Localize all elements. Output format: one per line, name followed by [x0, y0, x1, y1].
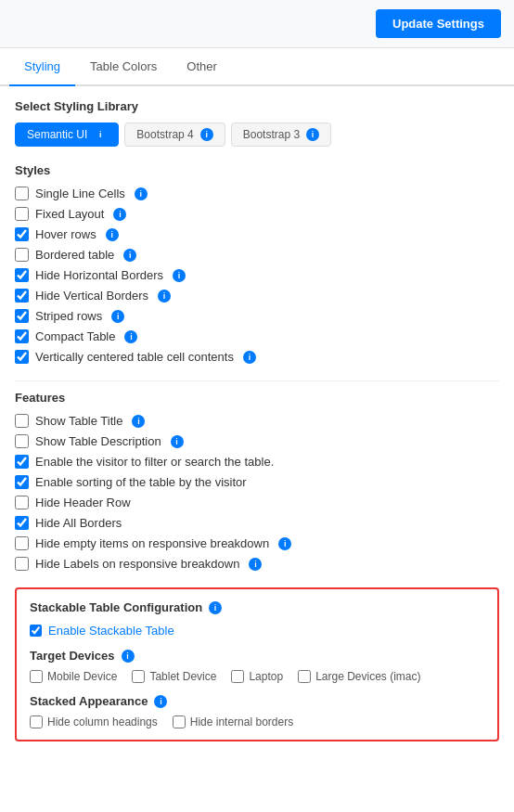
- semantic-ui-info-icon[interactable]: i: [94, 128, 107, 141]
- tab-styling[interactable]: Styling: [9, 48, 75, 86]
- hide-vertical-borders-checkbox[interactable]: [15, 289, 29, 303]
- hide-vertical-borders-row: Hide Vertical Borders i: [15, 289, 499, 303]
- enable-sorting-row: Enable sorting of the table by the visit…: [15, 475, 499, 489]
- features-title: Features: [15, 391, 499, 405]
- hover-rows-info-icon[interactable]: i: [106, 228, 119, 241]
- stackable-info-icon[interactable]: i: [209, 601, 222, 614]
- vertically-centered-label: Vertically centered table cell contents: [35, 350, 234, 364]
- show-table-title-label: Show Table Title: [35, 414, 122, 428]
- laptop-item: Laptop: [231, 670, 283, 683]
- tablet-device-checkbox[interactable]: [132, 670, 145, 683]
- hide-horizontal-borders-checkbox[interactable]: [15, 268, 29, 282]
- striped-rows-checkbox[interactable]: [15, 309, 29, 323]
- hide-empty-items-info-icon[interactable]: i: [278, 537, 291, 550]
- bootstrap3-info-icon[interactable]: i: [306, 128, 319, 141]
- target-devices-info-icon[interactable]: i: [122, 650, 135, 663]
- hide-empty-items-checkbox[interactable]: [15, 536, 29, 550]
- show-table-title-row: Show Table Title i: [15, 414, 499, 428]
- hide-col-headings-label: Hide column headings: [47, 715, 158, 728]
- semantic-ui-btn[interactable]: Semantic UI i: [15, 122, 119, 147]
- hide-horizontal-borders-label: Hide Horizontal Borders: [35, 268, 163, 282]
- bordered-table-checkbox[interactable]: [15, 248, 29, 262]
- laptop-checkbox[interactable]: [231, 670, 244, 683]
- hover-rows-label: Hover rows: [35, 227, 96, 241]
- large-devices-checkbox[interactable]: [298, 670, 311, 683]
- tab-other[interactable]: Other: [172, 48, 232, 86]
- hide-col-headings-checkbox[interactable]: [30, 715, 43, 728]
- hide-vertical-borders-label: Hide Vertical Borders: [35, 289, 148, 303]
- vertically-centered-row: Vertically centered table cell contents …: [15, 350, 499, 364]
- bordered-table-label: Bordered table: [35, 248, 114, 262]
- mobile-device-checkbox[interactable]: [30, 670, 43, 683]
- single-line-cells-checkbox[interactable]: [15, 187, 29, 200]
- stacked-appearance-info-icon[interactable]: i: [154, 695, 167, 708]
- fixed-layout-info-icon[interactable]: i: [113, 208, 126, 221]
- header-bar: Update Settings: [0, 0, 514, 48]
- fixed-layout-checkbox[interactable]: [15, 207, 29, 221]
- enable-filter-label: Enable the visitor to filter or search t…: [35, 455, 274, 469]
- target-devices-title: Target Devices i: [30, 649, 484, 663]
- bordered-table-info-icon[interactable]: i: [123, 249, 136, 262]
- show-table-desc-checkbox[interactable]: [15, 434, 29, 448]
- show-table-title-checkbox[interactable]: [15, 414, 29, 428]
- bootstrap4-info-icon[interactable]: i: [200, 128, 213, 141]
- features-section: Features Show Table Title i Show Table D…: [15, 391, 499, 571]
- bordered-table-row: Bordered table i: [15, 248, 499, 262]
- bootstrap4-btn[interactable]: Bootstrap 4 i: [124, 122, 225, 147]
- hide-labels-info-icon[interactable]: i: [249, 558, 262, 571]
- mobile-device-item: Mobile Device: [30, 670, 117, 683]
- hide-all-borders-row: Hide All Borders: [15, 516, 499, 530]
- fixed-layout-row: Fixed Layout i: [15, 207, 499, 221]
- stackable-title: Stackable Table Configuration i: [30, 600, 484, 614]
- hide-header-row-checkbox[interactable]: [15, 496, 29, 509]
- tab-table-colors[interactable]: Table Colors: [75, 48, 172, 86]
- hover-rows-checkbox[interactable]: [15, 227, 29, 241]
- target-devices-title-text: Target Devices: [30, 649, 115, 663]
- hide-labels-checkbox[interactable]: [15, 557, 29, 571]
- show-table-desc-row: Show Table Description i: [15, 434, 499, 448]
- update-settings-button[interactable]: Update Settings: [376, 9, 501, 38]
- tabs-container: Styling Table Colors Other: [0, 48, 514, 86]
- vertically-centered-info-icon[interactable]: i: [243, 351, 256, 364]
- hide-horizontal-borders-row: Hide Horizontal Borders i: [15, 268, 499, 282]
- hide-all-borders-checkbox[interactable]: [15, 516, 29, 530]
- tablet-device-label: Tablet Device: [149, 670, 216, 683]
- compact-table-info-icon[interactable]: i: [124, 330, 137, 343]
- hide-internal-borders-checkbox[interactable]: [173, 715, 186, 728]
- select-styling-library-section: Select Styling Library Semantic UI i Boo…: [15, 99, 499, 147]
- select-library-title: Select Styling Library: [15, 99, 499, 113]
- vertically-centered-checkbox[interactable]: [15, 350, 29, 364]
- enable-stackable-row: Enable Stackable Table: [30, 624, 484, 638]
- compact-table-checkbox[interactable]: [15, 329, 29, 343]
- styles-title: Styles: [15, 163, 499, 177]
- hide-labels-row: Hide Labels on responsive breakdown i: [15, 557, 499, 571]
- bootstrap3-btn[interactable]: Bootstrap 3 i: [231, 122, 331, 147]
- hide-internal-borders-item: Hide internal borders: [173, 715, 293, 728]
- enable-stackable-label: Enable Stackable Table: [48, 624, 174, 638]
- compact-table-row: Compact Table i: [15, 329, 499, 343]
- striped-rows-label: Striped rows: [35, 309, 102, 323]
- laptop-label: Laptop: [249, 670, 283, 683]
- compact-table-label: Compact Table: [35, 329, 115, 343]
- stackable-box: Stackable Table Configuration i Enable S…: [15, 587, 499, 741]
- single-line-cells-info-icon[interactable]: i: [135, 187, 148, 200]
- show-table-desc-label: Show Table Description: [35, 434, 161, 448]
- show-table-desc-info-icon[interactable]: i: [171, 435, 184, 448]
- tablet-device-item: Tablet Device: [132, 670, 216, 683]
- enable-filter-row: Enable the visitor to filter or search t…: [15, 455, 499, 469]
- mobile-device-label: Mobile Device: [47, 670, 117, 683]
- large-devices-item: Large Devices (imac): [298, 670, 420, 683]
- bootstrap4-label: Bootstrap 4: [136, 128, 193, 141]
- enable-sorting-checkbox[interactable]: [15, 475, 29, 489]
- hide-horizontal-borders-info-icon[interactable]: i: [173, 269, 186, 282]
- hide-vertical-borders-info-icon[interactable]: i: [158, 290, 171, 303]
- enable-stackable-checkbox[interactable]: [30, 625, 42, 637]
- enable-filter-checkbox[interactable]: [15, 455, 29, 469]
- hide-labels-label: Hide Labels on responsive breakdown: [35, 557, 239, 571]
- bootstrap3-label: Bootstrap 3: [243, 128, 300, 141]
- enable-sorting-label: Enable sorting of the table by the visit…: [35, 475, 247, 489]
- striped-rows-info-icon[interactable]: i: [111, 310, 124, 323]
- hide-empty-items-label: Hide empty items on responsive breakdown: [35, 536, 269, 550]
- stacked-appearance-title-text: Stacked Appearance: [30, 694, 148, 708]
- show-table-title-info-icon[interactable]: i: [132, 415, 145, 428]
